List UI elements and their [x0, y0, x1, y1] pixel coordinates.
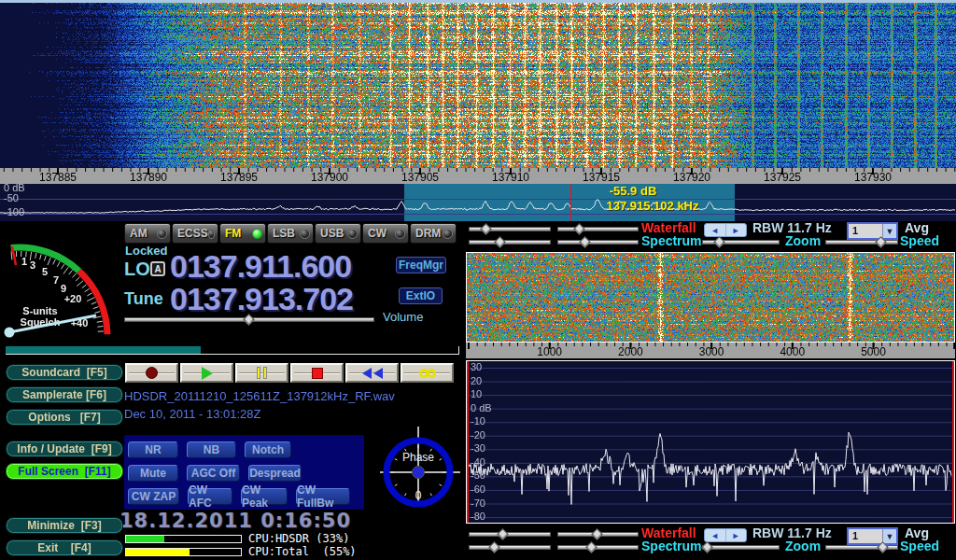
notch-button[interactable]: Notch	[245, 441, 291, 458]
cw-peak-button[interactable]: CW Peak	[241, 488, 288, 505]
samplerate-f6-button[interactable]: Samplerate [F6]	[6, 386, 123, 403]
mute-button[interactable]: Mute	[128, 465, 178, 482]
zoom-slider-bottom-track	[702, 545, 780, 550]
phase-indicator[interactable]: Phase 0	[378, 421, 462, 509]
waterfall-brightness-slider-bottom[interactable]	[469, 530, 551, 539]
spectrum-label-bottom: Spectrum	[641, 539, 702, 553]
zoom-slider[interactable]	[702, 238, 780, 247]
pause-button[interactable]	[235, 363, 288, 383]
waterfall-brightness-slider-bottom-thumb[interactable]	[497, 528, 509, 540]
spinner-right-arrow-icon[interactable]: ►	[725, 529, 747, 541]
spectrum-offset-slider-thumb[interactable]	[579, 236, 591, 248]
waterfall-contrast-slider[interactable]	[557, 225, 639, 234]
zoomed-waterfall-display[interactable]	[467, 253, 954, 342]
waterfall-contrast-slider-bottom[interactable]	[557, 530, 639, 539]
despread-button[interactable]: Despread	[248, 465, 302, 482]
exit-f4-button[interactable]: Exit [F4]	[6, 539, 123, 556]
spectrum-trace	[0, 184, 956, 221]
spectrum-range-slider-bottom[interactable]	[469, 543, 551, 553]
minimize-f3-button[interactable]: Minimize [F3]	[6, 517, 123, 534]
spectrum-offset-slider-bottom-thumb[interactable]	[585, 541, 598, 553]
stop-button[interactable]	[290, 363, 344, 383]
cw-fullbw-button[interactable]: CW FullBw	[296, 488, 350, 505]
speed-slider-bottom[interactable]	[825, 543, 898, 553]
speed-slider-thumb[interactable]	[875, 236, 887, 248]
avg-dropdown-value: 1	[849, 224, 882, 238]
audio-frequency-label: 4000	[763, 345, 822, 358]
spectrum-range-slider-bottom-thumb[interactable]	[488, 541, 500, 553]
mode-led-off-icon	[443, 229, 453, 239]
mode-button-usb[interactable]: USB	[315, 223, 361, 244]
squelch-level-bar[interactable]	[6, 346, 459, 355]
lo-a-badge[interactable]: A	[150, 261, 165, 276]
info-update-f9-button[interactable]: Info / Update [F9]	[6, 441, 123, 457]
freqmgr-button[interactable]: FreqMgr	[396, 257, 446, 273]
spectrum-range-slider[interactable]	[469, 238, 551, 247]
rewind-button[interactable]	[345, 363, 399, 383]
record-button[interactable]	[125, 363, 178, 383]
audio-frequency-scale[interactable]: 10002000300040005000	[466, 343, 955, 358]
spinner-left-arrow-icon[interactable]: ◄	[705, 529, 725, 541]
mode-button-cw[interactable]: CW	[362, 223, 409, 244]
spinner-left-arrow-icon[interactable]: ◄	[705, 224, 725, 236]
s-units-label: S-units	[22, 305, 57, 316]
waterfall-brightness-slider-bottom-track	[469, 532, 551, 537]
speed-label-bottom: Speed	[900, 539, 939, 553]
zoom-slider-thumb[interactable]	[713, 236, 725, 248]
main-frequency-scale[interactable]: 1378851378901378951379001379051379101379…	[0, 168, 956, 184]
spectrum-offset-slider-bottom-track	[557, 545, 639, 550]
mode-button-lsb[interactable]: LSB	[267, 223, 314, 244]
mode-button-fm[interactable]: FM	[219, 223, 266, 244]
waterfall-brightness-slider-thumb[interactable]	[480, 223, 492, 235]
zoom-slider-bottom-thumb[interactable]	[701, 541, 713, 553]
volume-slider-thumb[interactable]	[243, 314, 255, 326]
mode-led-off-icon	[157, 229, 167, 239]
audio-frequency-label: 5000	[844, 345, 904, 358]
spectrum-range-slider-thumb[interactable]	[494, 236, 506, 248]
frequency-scale-label: 137910	[481, 171, 541, 184]
mode-button-label: USB	[320, 227, 344, 240]
date-time-display: 18.12.2011 0:16:50	[120, 510, 351, 532]
play-button[interactable]	[180, 363, 233, 383]
spectrum-offset-slider-track	[557, 240, 639, 245]
loop-button[interactable]	[401, 363, 454, 383]
dsp-button-panel: NRNBNotchMuteAGC OffDespreadCW ZAPCW AFC…	[124, 435, 364, 510]
mode-button-am[interactable]: AM	[124, 223, 171, 244]
main-waterfall-display[interactable]	[0, 3, 956, 168]
hdsdr-window: 1378851378901378951379001379051379101379…	[0, 0, 956, 560]
lo-frequency-display[interactable]: 0137.911.600	[170, 248, 351, 285]
avg-dropdown-value: 1	[849, 529, 882, 543]
speed-slider[interactable]	[825, 238, 898, 247]
avg-dropdown-arrow-icon[interactable]: ▼	[882, 224, 896, 238]
mode-button-ecss[interactable]: ECSS	[172, 223, 218, 244]
nr-button[interactable]: NR	[128, 441, 178, 458]
spectrum-offset-slider[interactable]	[557, 238, 639, 247]
rbw-spinner[interactable]: ◄►	[704, 223, 747, 237]
cw-afc-button[interactable]: CW AFC	[188, 488, 232, 505]
agc-off-button[interactable]: AGC Off	[187, 465, 240, 482]
spectrum-db-tick-label: -30	[471, 442, 485, 454]
mode-button-label: DRM	[415, 227, 441, 240]
waterfall-contrast-slider-thumb[interactable]	[573, 223, 585, 235]
nb-button[interactable]: NB	[187, 441, 236, 458]
main-spectrum-display[interactable]: -55.9 dB 137.915.102 kHz 0 dB-50-100	[0, 184, 956, 221]
zoom-slider-bottom[interactable]	[702, 543, 780, 553]
options-f7-button[interactable]: Options [F7]	[6, 409, 123, 426]
tune-frequency-display[interactable]: 0137.913.702	[170, 281, 353, 317]
cw-zap-button[interactable]: CW ZAP	[128, 488, 179, 505]
waterfall-contrast-slider-bottom-thumb[interactable]	[591, 528, 603, 540]
spinner-right-arrow-icon[interactable]: ►	[725, 224, 747, 236]
spectrum-offset-slider-bottom[interactable]	[557, 543, 639, 553]
rbw-spinner-bottom[interactable]: ◄►	[704, 528, 747, 542]
extio-button[interactable]: ExtIO	[399, 287, 443, 304]
soundcard-f5-button[interactable]: Soundcard [F5]	[6, 364, 123, 381]
cursor-db-readout: -55.9 dB	[586, 184, 680, 198]
speed-slider-bottom-thumb[interactable]	[877, 541, 889, 553]
full-screen-f11-button[interactable]: Full Screen [F11]	[6, 463, 123, 480]
zoomed-spectrum-display[interactable]	[467, 361, 954, 523]
waterfall-brightness-slider[interactable]	[469, 225, 551, 234]
volume-slider[interactable]	[124, 315, 374, 325]
avg-dropdown-arrow-icon[interactable]: ▼	[882, 529, 896, 543]
s-meter-scale-label: 7	[53, 274, 59, 286]
mode-button-drm[interactable]: DRM	[410, 223, 457, 244]
